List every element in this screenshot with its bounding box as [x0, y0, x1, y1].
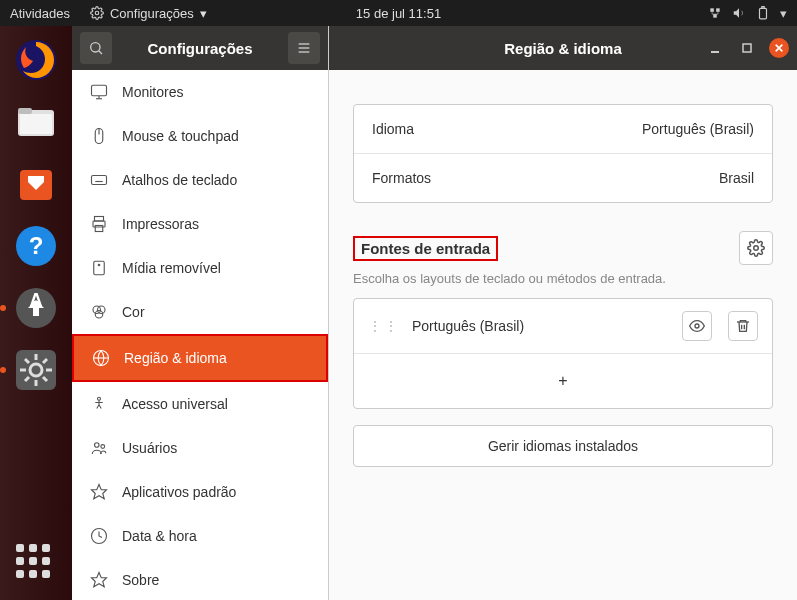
page-title: Região & idioma — [504, 40, 622, 57]
volume-icon[interactable] — [732, 6, 746, 20]
svg-rect-41 — [95, 217, 104, 222]
svg-point-0 — [95, 11, 99, 15]
svg-point-25 — [91, 43, 100, 52]
dock-help[interactable]: ? — [12, 222, 60, 270]
remove-input-source-button[interactable] — [728, 311, 758, 341]
activities-button[interactable]: Atividades — [10, 6, 70, 21]
svg-text:?: ? — [29, 232, 44, 259]
sidebar-item-label: Aplicativos padrão — [122, 484, 236, 500]
dock-firefox[interactable] — [12, 36, 60, 84]
disk-icon — [90, 259, 108, 277]
sidebar-item-info[interactable]: Sobre — [72, 558, 328, 600]
color-icon — [90, 303, 108, 321]
clock[interactable]: 15 de jul 11:51 — [356, 6, 441, 21]
sidebar-item-keyboard[interactable]: Atalhos de teclado — [72, 158, 328, 202]
sidebar-title: Configurações — [120, 40, 280, 57]
sidebar-item-users[interactable]: Usuários — [72, 426, 328, 470]
sidebar-item-access[interactable]: Acesso universal — [72, 382, 328, 426]
sidebar-item-mouse[interactable]: Mouse & touchpad — [72, 114, 328, 158]
dock-files[interactable] — [12, 98, 60, 146]
sidebar-item-printer[interactable]: Impressoras — [72, 202, 328, 246]
language-value: Português (Brasil) — [642, 121, 754, 137]
sidebar-item-label: Monitores — [122, 84, 183, 100]
svg-rect-4 — [760, 8, 767, 18]
star-icon — [90, 483, 108, 501]
sidebar-item-globe[interactable]: Região & idioma — [74, 336, 326, 380]
search-button[interactable] — [80, 32, 112, 64]
svg-rect-58 — [743, 44, 751, 52]
svg-rect-1 — [710, 8, 714, 12]
svg-text:A: A — [30, 290, 43, 310]
manage-languages-button[interactable]: Gerir idiomas instalados — [353, 425, 773, 467]
sidebar-item-label: Região & idioma — [124, 350, 227, 366]
sidebar-item-label: Sobre — [122, 572, 159, 588]
apps-grid-icon — [16, 544, 56, 584]
svg-rect-8 — [18, 108, 32, 114]
plus-icon: + — [558, 372, 567, 389]
preview-layout-button[interactable] — [682, 311, 712, 341]
svg-point-52 — [95, 443, 100, 448]
formats-value: Brasil — [719, 170, 754, 186]
language-row[interactable]: Idioma Português (Brasil) — [354, 105, 772, 153]
sidebar-item-label: Atalhos de teclado — [122, 172, 237, 188]
language-label: Idioma — [372, 121, 414, 137]
svg-rect-9 — [20, 114, 52, 134]
sidebar-item-label: Data & hora — [122, 528, 197, 544]
svg-rect-5 — [762, 7, 764, 9]
settings-sidebar: Configurações MonitoresMouse & touchpadA… — [72, 26, 329, 600]
mouse-icon — [90, 127, 108, 145]
clock-icon — [90, 527, 108, 545]
svg-point-61 — [754, 246, 759, 251]
add-input-source-button[interactable]: + — [354, 353, 772, 408]
dock-apps[interactable] — [12, 540, 60, 588]
users-icon — [90, 439, 108, 457]
input-sources-settings-button[interactable] — [739, 231, 773, 265]
dock-software[interactable] — [12, 160, 60, 208]
formats-row[interactable]: Formatos Brasil — [354, 153, 772, 202]
sidebar-item-disk[interactable]: Mídia removível — [72, 246, 328, 290]
svg-point-51 — [98, 397, 101, 400]
svg-rect-3 — [713, 14, 717, 18]
dock-settings[interactable] — [12, 346, 60, 394]
svg-marker-54 — [92, 485, 107, 499]
svg-point-48 — [95, 311, 103, 319]
network-icon[interactable] — [708, 6, 722, 20]
sidebar-item-label: Usuários — [122, 440, 177, 456]
svg-point-53 — [101, 445, 105, 449]
sidebar-item-monitor[interactable]: Monitores — [72, 70, 328, 114]
dock: ? A — [0, 26, 72, 600]
svg-rect-2 — [716, 8, 720, 12]
chevron-down-icon[interactable]: ▾ — [780, 6, 787, 21]
sidebar-item-star[interactable]: Aplicativos padrão — [72, 470, 328, 514]
input-source-name: Português (Brasil) — [412, 318, 666, 334]
svg-point-47 — [98, 306, 106, 314]
input-sources-subtitle: Escolha os layouts de teclado ou métodos… — [353, 271, 773, 286]
minimize-button[interactable] — [705, 38, 725, 58]
content-header: Região & idioma — [329, 26, 797, 70]
top-bar: Atividades Configurações ▾ 15 de jul 11:… — [0, 0, 797, 26]
close-button[interactable] — [769, 38, 789, 58]
language-card: Idioma Português (Brasil) Formatos Brasi… — [353, 104, 773, 203]
monitor-icon — [90, 83, 108, 101]
svg-rect-35 — [92, 176, 107, 185]
svg-marker-56 — [92, 573, 107, 587]
app-menu[interactable]: Configurações ▾ — [90, 6, 207, 21]
dock-updater[interactable]: A — [12, 284, 60, 332]
chevron-down-icon: ▾ — [200, 6, 207, 21]
access-icon — [90, 395, 108, 413]
maximize-button[interactable] — [737, 38, 757, 58]
svg-line-26 — [99, 51, 102, 54]
sidebar-item-clock[interactable]: Data & hora — [72, 514, 328, 558]
sidebar-item-label: Acesso universal — [122, 396, 228, 412]
sidebar-item-label: Impressoras — [122, 216, 199, 232]
input-sources-list: ⋮⋮ Português (Brasil) + — [353, 298, 773, 409]
formats-label: Formatos — [372, 170, 431, 186]
keyboard-icon — [90, 171, 108, 189]
hamburger-button[interactable] — [288, 32, 320, 64]
sidebar-item-color[interactable]: Cor — [72, 290, 328, 334]
battery-icon[interactable] — [756, 6, 770, 20]
svg-rect-30 — [92, 85, 107, 96]
printer-icon — [90, 215, 108, 233]
input-sources-title: Fontes de entrada — [353, 236, 498, 261]
drag-handle-icon[interactable]: ⋮⋮ — [368, 318, 400, 334]
